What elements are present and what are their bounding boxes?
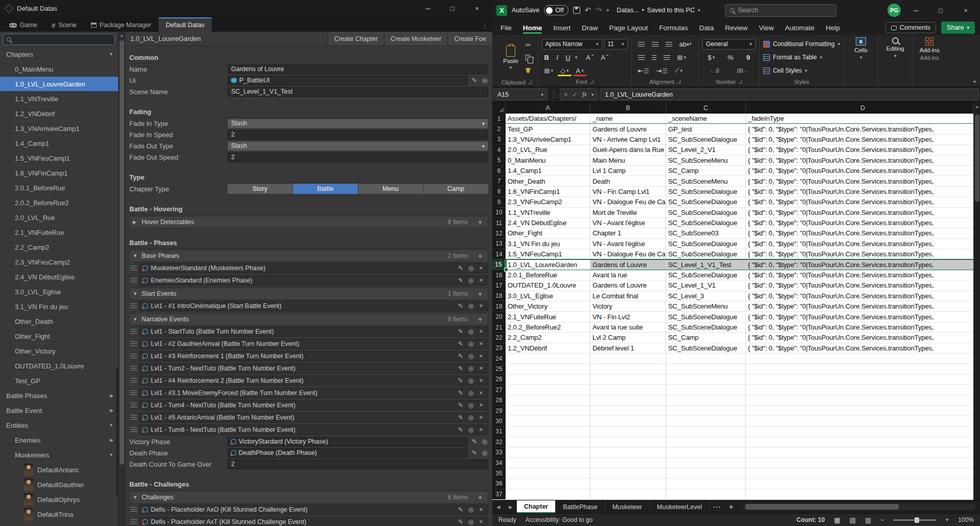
drag-handle-icon[interactable]: [130, 329, 137, 335]
list-item[interactable]: Lvl1 - #3 Reinforcement 1 (Battle Turn N…: [129, 350, 488, 362]
row-header-35[interactable]: 35: [492, 468, 506, 478]
cell-C32[interactable]: [666, 437, 746, 447]
orientation-button[interactable]: ⟋ ▾: [672, 67, 685, 75]
decrease-font-button[interactable]: Aˇ: [598, 54, 611, 61]
cell-A15[interactable]: 1.0_LVL_LouvreGarden: [506, 259, 590, 270]
more-options-icon[interactable]: ⋮: [477, 22, 492, 32]
row-header-2[interactable]: 2: [492, 124, 506, 134]
cell-A7[interactable]: Other_Death: [506, 176, 590, 186]
cell-C33[interactable]: [666, 448, 746, 458]
cell-C21[interactable]: SC_SubSceneDialogue: [666, 322, 746, 333]
cell-A19[interactable]: Other_Victory: [506, 301, 590, 312]
cell-C31[interactable]: [666, 427, 746, 437]
cell-D26[interactable]: [746, 375, 980, 385]
save-status[interactable]: Saved to this PC: [647, 7, 695, 14]
dropdown-fade-out-type[interactable]: Slash: [227, 141, 488, 151]
cell-C14[interactable]: SC_SubSceneDialogue: [666, 249, 746, 259]
excel-search-input[interactable]: Search: [725, 4, 836, 17]
cell-C23[interactable]: SC_SubSceneDialogue: [666, 343, 746, 354]
sidebar-item-1-5-vnfeucamp1[interactable]: 1.5_VNFeuCamp1: [0, 151, 118, 166]
sheet-tab-chapter[interactable]: Chapter: [517, 500, 556, 513]
row-header-36[interactable]: 36: [492, 479, 506, 489]
input-fade-out-speed[interactable]: 2: [227, 152, 488, 162]
row-header-21[interactable]: 21: [492, 322, 506, 333]
row-header-27[interactable]: 27: [492, 385, 506, 395]
cell-A16[interactable]: 2.0.1_BeforeRue: [506, 270, 590, 280]
edit-pencil-icon[interactable]: ✎: [471, 77, 478, 84]
row-header-20[interactable]: 20: [492, 312, 506, 322]
remove-item-icon[interactable]: ×: [477, 302, 485, 310]
increase-indent-button[interactable]: ⇥: [653, 67, 670, 75]
cell-C9[interactable]: SC_SubSceneDialogue: [666, 197, 746, 207]
format-as-table-button[interactable]: Format as Table▾: [763, 51, 840, 64]
ribbon-tab-page-layout[interactable]: Page Layout: [604, 20, 653, 35]
foldout-base-phases[interactable]: ▼Base Phases2 Items+: [129, 250, 488, 262]
list-item[interactable]: Lvl1 - Turn6 - NextTuto (Battle Turn Num…: [129, 424, 488, 436]
column-header-A[interactable]: A: [506, 102, 590, 114]
drag-handle-icon[interactable]: [130, 278, 137, 283]
row-header-10[interactable]: 10: [492, 208, 506, 218]
sidebar-item-2-0-1-beforerue[interactable]: 2.0.1_BeforeRue: [0, 181, 118, 195]
tab-game[interactable]: Game: [2, 18, 44, 32]
unity-minimize-button[interactable]: ─: [418, 5, 438, 12]
cell-C12[interactable]: SC_SubScene03: [666, 228, 746, 238]
ribbon-tab-automate[interactable]: Automate: [780, 20, 819, 35]
object-picker-icon[interactable]: ◎: [467, 506, 474, 513]
row-header-19[interactable]: 19: [492, 301, 506, 312]
cell-A1[interactable]: Assets/Datas/Chapters/: [506, 114, 590, 124]
object-picker-icon[interactable]: ◎: [467, 377, 474, 384]
dropdown-fade-in-type[interactable]: Slash: [227, 119, 488, 128]
sidebar-item-2-0-2-beforerue2[interactable]: 2.0.2_BeforeRue2: [0, 195, 118, 210]
cell-B13[interactable]: VN - Avant l'église: [590, 239, 666, 249]
cell-D18[interactable]: { "$id": 0, "$type": "0|TousPourUn.Core.…: [746, 291, 980, 301]
decrease-decimal-button[interactable]: ←.0: [710, 68, 719, 74]
add-item-button[interactable]: +: [475, 252, 485, 260]
cell-C4[interactable]: SC_Level_2_V1: [666, 145, 746, 155]
cell-C22[interactable]: SC_Camp: [666, 333, 746, 343]
sidebar-item-2-0-lvl-rue[interactable]: 2.0_LVL_Rue: [0, 210, 118, 225]
cell-A35[interactable]: [506, 468, 590, 478]
cell-C6[interactable]: SC_Camp: [666, 166, 746, 176]
cell-D17[interactable]: { "$id": 0, "$type": "0|TousPourUn.Core.…: [746, 280, 980, 291]
cell-C36[interactable]: [666, 479, 746, 489]
increase-font-button[interactable]: Aˆ: [583, 54, 596, 61]
object-picker-icon[interactable]: ◎: [481, 77, 488, 84]
remove-item-icon[interactable]: ×: [477, 426, 485, 433]
cell-A24[interactable]: [506, 354, 590, 364]
cell-B11[interactable]: VN - Avant l'église: [590, 218, 666, 228]
edit-pencil-icon[interactable]: ✎: [457, 302, 464, 310]
redo-button[interactable]: ↷: [596, 6, 602, 15]
conditional-formatting-button[interactable]: Conditional Formatting▾: [763, 37, 840, 51]
cell-A4[interactable]: 2.0_LVL_Rue: [506, 145, 590, 155]
edit-pencil-icon[interactable]: ✎: [457, 277, 464, 284]
font-name-select[interactable]: Aptos Narrow▾: [542, 39, 602, 50]
object-picker-icon[interactable]: ◎: [467, 365, 474, 372]
cell-B29[interactable]: [590, 406, 666, 416]
cell-D13[interactable]: { "$id": 0, "$type": "0|TousPourUn.Core.…: [746, 239, 980, 249]
drag-handle-icon[interactable]: [130, 378, 137, 384]
drag-handle-icon[interactable]: [130, 519, 137, 525]
cell-C7[interactable]: SC_SubSceneMenu: [666, 176, 746, 186]
tab-package-manager[interactable]: Package Manager: [84, 18, 158, 32]
remove-item-icon[interactable]: ×: [477, 328, 485, 335]
row-header-32[interactable]: 32: [492, 437, 506, 447]
edit-pencil-icon[interactable]: ✎: [457, 518, 464, 525]
cell-D19[interactable]: { "$id": 0, "$type": "0|TousPourUn.Core.…: [746, 301, 980, 312]
cell-D8[interactable]: { "$id": 0, "$type": "0|TousPourUn.Core.…: [746, 187, 980, 197]
cell-D23[interactable]: { "$id": 0, "$type": "0|TousPourUn.Core.…: [746, 343, 980, 354]
addins-button[interactable]: Add-ins: [916, 37, 943, 53]
cell-A12[interactable]: Other_Fight: [506, 228, 590, 238]
cell-D1[interactable]: _fadeInType: [746, 114, 980, 124]
inspector-scrollbar-thumb[interactable]: [120, 40, 124, 465]
align-center-button[interactable]: [649, 55, 659, 60]
edit-pencil-icon[interactable]: ✎: [457, 377, 464, 384]
row-header-24[interactable]: 24: [492, 354, 506, 364]
fill-color-button[interactable]: ◇ ▾: [558, 67, 572, 75]
row-header-8[interactable]: 8: [492, 187, 506, 197]
cell-D5[interactable]: { "$id": 0, "$type": "0|TousPourUn.Core.…: [746, 156, 980, 166]
document-name[interactable]: Datas...: [617, 7, 639, 14]
row-header-18[interactable]: 18: [492, 291, 506, 301]
remove-item-icon[interactable]: ×: [477, 506, 485, 513]
sidebar-item-other-death[interactable]: Other_Death: [0, 314, 118, 329]
cell-B36[interactable]: [590, 479, 666, 489]
